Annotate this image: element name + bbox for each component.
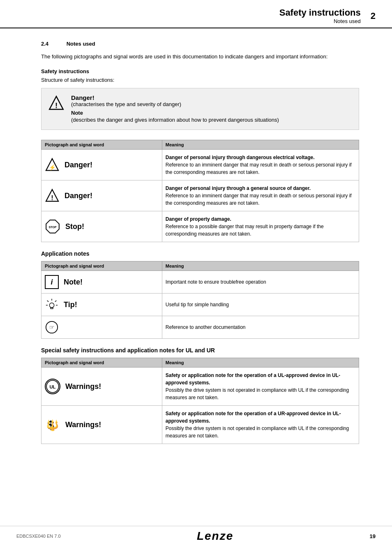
signal-cell-ur: $ 🔱 Warnings! — [42, 406, 162, 444]
table-row: Tip! Useful tip for simple handling — [42, 294, 359, 316]
main-content: 2.4 Notes used The following pictographs… — [0, 41, 392, 444]
signal-word-ur: Warnings! — [65, 419, 101, 430]
danger-example-box: ! Danger! (characterises the type and se… — [41, 88, 359, 130]
signal-word-note: Note! — [64, 277, 83, 288]
signal-word-danger-2: Danger! — [65, 190, 92, 201]
meaning-ref: Reference to another documentation — [166, 324, 246, 330]
table-row: ☞ Reference to another documentation — [42, 316, 359, 339]
meaning-cell-ref: Reference to another documentation — [162, 316, 359, 339]
special-title: Special safety instructions and applicat… — [41, 347, 359, 354]
meaning-cell-3: Danger of property damage. Reference to … — [162, 211, 359, 242]
svg-point-8 — [49, 303, 54, 308]
special-table-col1-header: Pictograph and signal word — [42, 358, 162, 368]
signal-word-tip: Tip! — [64, 299, 77, 310]
structure-label: Structure of safety instructions: — [41, 77, 359, 83]
header-sub-title: Notes used — [279, 18, 361, 24]
footer-page-number: 19 — [370, 533, 376, 539]
meaning-note: Important note to ensure troublefree ope… — [166, 279, 266, 285]
danger-signal-word: Danger! — [71, 94, 279, 101]
meaning-cell-ul: Safety or application note for the opera… — [162, 368, 359, 406]
meaning-normal-1: Reference to an imminent danger that may… — [166, 162, 352, 175]
application-table: Pictograph and signal word Meaning i Not… — [41, 261, 359, 339]
meaning-normal-ul: Possibly the drive system is not operate… — [166, 387, 349, 400]
svg-text:☞: ☞ — [49, 324, 55, 331]
meaning-cell-2: Danger of personal injury through a gene… — [162, 180, 359, 211]
app-table-col2-header: Meaning — [162, 261, 359, 271]
meaning-tip: Useful tip for simple handling — [166, 302, 229, 308]
svg-text:!: ! — [55, 101, 58, 109]
signal-cell-ref: ☞ — [42, 316, 162, 339]
danger-note-label: Note — [71, 110, 279, 116]
meaning-normal-2: Reference to an imminent danger that may… — [166, 193, 352, 206]
note-icon: i — [45, 275, 59, 289]
ref-icon: ☞ — [45, 320, 59, 334]
safety-table: Pictograph and signal word Meaning ⚡ Dan… — [41, 140, 359, 242]
signal-cell-2: ! Danger! — [42, 180, 162, 211]
svg-line-11 — [55, 301, 57, 302]
table-row: ! Danger! Danger of personal injury thro… — [42, 180, 359, 211]
triangle-general-icon: ! — [45, 188, 60, 203]
footer-doc-ref: EDBCSXE040 EN 7.0 — [16, 534, 61, 539]
special-table-col2-header: Meaning — [162, 358, 359, 368]
meaning-cell-ur: Safety or application note for the opera… — [162, 406, 359, 444]
header-chapter-number: 2 — [371, 12, 376, 21]
table-row: ⚡ Danger! Danger of personal injury thro… — [42, 150, 359, 180]
header-title-block: Safety instructions Notes used — [279, 7, 361, 24]
meaning-bold-2: Danger of personal injury through a gene… — [166, 185, 311, 191]
meaning-bold-1: Danger of personal injury through danger… — [166, 155, 315, 160]
tip-icon — [45, 298, 59, 312]
footer-logo: Lenze — [197, 530, 233, 543]
section-number: 2.4 Notes used — [41, 41, 359, 47]
signal-cell-ul: UL Warnings! — [42, 368, 162, 406]
table-row: i Note! Important note to ensure trouble… — [42, 271, 359, 294]
stop-icon: STOP — [45, 219, 60, 234]
danger-box-triangle-icon: ! — [48, 95, 65, 113]
page-header: Safety instructions Notes used 2 — [0, 0, 392, 28]
danger-char-text: (characterises the type and severity of … — [71, 101, 279, 107]
meaning-bold-3: Danger of property damage. — [166, 216, 231, 222]
meaning-bold-ur: Safety or application note for the opera… — [166, 411, 341, 424]
meaning-cell-tip: Useful tip for simple handling — [162, 294, 359, 316]
meaning-normal-ur: Possibly the drive system is not operate… — [166, 426, 349, 439]
header-main-title: Safety instructions — [279, 7, 361, 18]
svg-text:STOP: STOP — [48, 226, 56, 229]
svg-text:UL: UL — [49, 384, 55, 389]
svg-line-13 — [47, 301, 49, 302]
signal-word-danger-1: Danger! — [65, 160, 92, 171]
application-notes-title: Application notes — [41, 250, 359, 257]
table-row: STOP Stop! Danger of property damage. Re… — [42, 211, 359, 242]
danger-box-content: Danger! (characterises the type and seve… — [71, 94, 279, 124]
safety-table-col2-header: Meaning — [162, 140, 359, 150]
app-table-col1-header: Pictograph and signal word — [42, 261, 162, 271]
danger-note-desc: (describes the danger and gives informat… — [71, 116, 279, 124]
signal-cell: ⚡ Danger! — [42, 150, 162, 180]
ur-icon: $ 🔱 — [45, 417, 60, 432]
table-row: UL Warnings! Safety or application note … — [42, 368, 359, 406]
signal-word-ul: Warnings! — [65, 381, 101, 392]
triangle-electric-icon: ⚡ — [45, 157, 60, 172]
header-right: Safety instructions Notes used 2 — [279, 7, 376, 24]
meaning-bold-ul: Safety or application note for the opera… — [166, 372, 340, 386]
svg-text:⚡: ⚡ — [49, 164, 56, 171]
meaning-cell-note: Important note to ensure troublefree ope… — [162, 271, 359, 294]
svg-text:!: ! — [51, 194, 53, 201]
svg-rect-9 — [51, 308, 53, 309]
meaning-normal-3: Reference to a possible danger that may … — [166, 224, 324, 237]
ul-icon: UL — [45, 379, 60, 394]
page-footer: EDBCSXE040 EN 7.0 Lenze 19 — [0, 526, 392, 543]
signal-cell-tip: Tip! — [42, 294, 162, 316]
signal-cell-3: STOP Stop! — [42, 211, 162, 242]
signal-word-stop: Stop! — [65, 221, 84, 232]
meaning-cell-1: Danger of personal injury through danger… — [162, 150, 359, 180]
svg-text:🔱: 🔱 — [46, 419, 59, 432]
safety-instructions-subtitle: Safety instructions — [41, 68, 359, 74]
signal-cell-note: i Note! — [42, 271, 162, 294]
safety-table-col1-header: Pictograph and signal word — [42, 140, 162, 150]
table-row: $ 🔱 Warnings! Safety or application note… — [42, 406, 359, 444]
special-table: Pictograph and signal word Meaning UL Wa — [41, 358, 359, 444]
intro-text: The following pictographs and signal wor… — [41, 53, 359, 61]
